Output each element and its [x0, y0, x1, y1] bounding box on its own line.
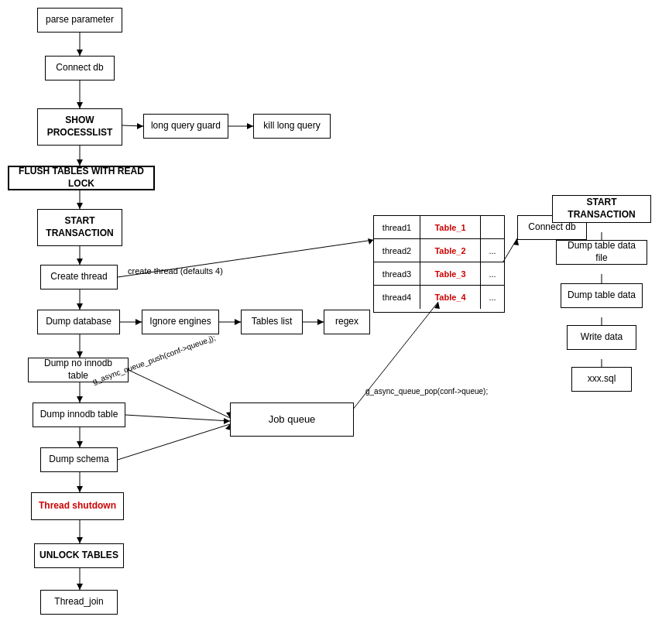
thread3-label: thread3 [374, 262, 420, 285]
svg-marker-21 [317, 319, 324, 325]
thread1-label: thread1 [374, 216, 420, 238]
svg-line-44 [503, 238, 517, 262]
xxx-sql-box: xxx.sql [571, 367, 632, 392]
flow-diagram: parse parameter Connect db SHOWPROCESSLI… [0, 0, 662, 644]
svg-marker-33 [77, 584, 83, 590]
svg-marker-13 [77, 259, 83, 265]
svg-marker-39 [224, 418, 230, 424]
start-transaction2-box: START TRANSACTION [552, 195, 651, 223]
thread4-dots: ... [481, 286, 504, 309]
regex-box: regex [324, 310, 370, 334]
pop-label: g_async_queue_pop(conf->queue); [365, 387, 488, 396]
svg-line-4 [122, 125, 143, 126]
thread-shutdown-box: Thread shutdown [31, 492, 124, 520]
svg-marker-5 [137, 123, 143, 129]
tables-list-box: Tables list [241, 310, 303, 334]
svg-marker-27 [77, 441, 83, 447]
thread2-label: thread2 [374, 239, 420, 262]
svg-line-36 [129, 370, 230, 418]
svg-marker-17 [135, 319, 142, 325]
svg-marker-11 [77, 203, 83, 209]
svg-marker-29 [77, 486, 83, 492]
ignore-engines-box: Ignore engines [142, 310, 219, 334]
flush-tables-box: FLUSH TABLES WITH READ LOCK [8, 166, 155, 190]
svg-marker-25 [77, 396, 83, 402]
kill-long-query-box: kill long query [253, 114, 331, 139]
table1-label: Table_1 [420, 216, 481, 238]
svg-marker-7 [247, 123, 253, 129]
table2-label: Table_2 [420, 239, 481, 262]
unlock-tables-box: UNLOCK TABLES [34, 543, 124, 568]
table3-label: Table_3 [420, 262, 481, 285]
dump-innodb-box: Dump innodb table [33, 402, 125, 427]
write-data-box: Write data [567, 325, 636, 350]
svg-line-40 [118, 424, 230, 460]
job-queue-box: Job queue [230, 402, 354, 437]
svg-marker-15 [77, 303, 83, 310]
svg-marker-31 [77, 537, 83, 543]
start-transaction-box: STARTTRANSACTION [37, 209, 122, 246]
svg-marker-3 [77, 102, 83, 108]
connect-db-box: Connect db [45, 56, 115, 80]
dump-table-data-file-box: Dump table data file [556, 240, 647, 265]
thread3-dots: ... [481, 262, 504, 285]
thread1-dots [481, 216, 504, 238]
thread2-dots: ... [481, 239, 504, 262]
dump-database-box: Dump database [37, 310, 120, 334]
long-query-guard-box: long query guard [143, 114, 228, 139]
thread-join-box: Thread_join [40, 590, 118, 615]
table4-label: Table_4 [420, 286, 481, 309]
svg-marker-1 [77, 50, 83, 56]
dump-schema-box: Dump schema [40, 447, 118, 472]
thread4-label: thread4 [374, 286, 420, 309]
svg-marker-19 [235, 319, 241, 325]
create-thread-box: Create thread [40, 265, 118, 289]
svg-line-38 [125, 415, 230, 421]
dump-table-data-box: Dump table data [561, 283, 643, 308]
svg-marker-35 [368, 238, 373, 245]
create-thread-label: create thread (defaults 4) [128, 266, 223, 276]
thread-table-box: thread1 Table_1 thread2 Table_2 ... thre… [373, 215, 505, 313]
show-processlist-box: SHOWPROCESSLIST [37, 108, 122, 146]
svg-marker-23 [77, 351, 83, 358]
svg-marker-9 [77, 159, 83, 166]
parse-param-box: parse parameter [37, 8, 122, 33]
